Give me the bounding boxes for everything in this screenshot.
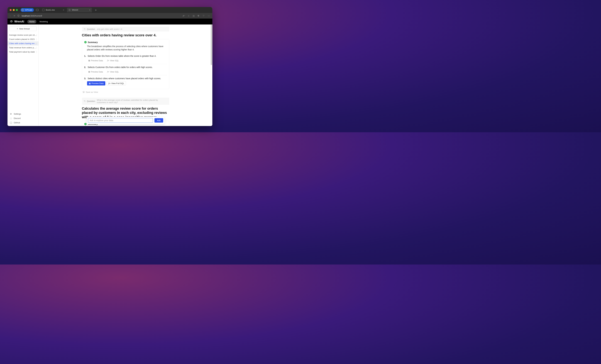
save-icon: 🖫	[82, 91, 85, 93]
inprivate-label: InPrivate	[25, 9, 32, 11]
save-as-view-button[interactable]: 🖫 Save as View	[82, 91, 169, 93]
sidebar: ＋ New thread Average review score per ci…	[8, 24, 39, 126]
nav-modeling[interactable]: Modeling	[40, 20, 48, 23]
content-area: ＋ New thread Average review score per ci…	[8, 24, 212, 126]
function-icon: ƒx	[107, 71, 109, 73]
more-icon[interactable]: ⋮	[36, 47, 38, 49]
more-icon[interactable]: ⋮	[36, 51, 38, 53]
address-bar: ← ⟳ ⓘ localhost:3000/home/9 A⁺ ☆ ◫ ⧉ ♡ ⋯	[8, 13, 212, 19]
avatar-icon	[21, 9, 24, 11]
brand-label: WrenAI	[14, 20, 24, 23]
discord-link[interactable]: ◌Discord	[8, 116, 39, 120]
more-icon[interactable]: ⋮	[36, 38, 38, 40]
new-thread-label: New thread	[19, 28, 30, 30]
step-text: Selects Order IDs from reviews table whe…	[88, 55, 156, 57]
preview-data-button[interactable]: ▦Preview Data	[87, 59, 104, 62]
preview-data-button[interactable]: ▦Preview Data	[87, 70, 104, 74]
question-box: ?⃝ Question: What is the average score o…	[82, 98, 169, 105]
main-panel: ?⃝ Question: only get cities with score …	[39, 24, 212, 126]
table-icon: ▦	[89, 82, 91, 85]
collections-icon[interactable]: ⧉	[198, 14, 200, 17]
read-aloud-icon[interactable]: A⁺	[183, 15, 186, 17]
browser-tab-book1[interactable]: Book1.xlsx ×	[41, 8, 66, 12]
close-tab-icon[interactable]: ×	[63, 9, 64, 11]
ask-bar-container: Ask to explore your data Ask	[87, 117, 165, 124]
step-item: 2. Selects Customer IDs from orders tabl…	[84, 64, 167, 75]
app-icon	[69, 9, 71, 11]
question-text: only get cities with score > 4	[97, 28, 122, 30]
tab-label: WrenAI	[72, 9, 78, 11]
sidebar-footer: ⚙Settings ◌Discord ◯GitHub	[8, 110, 39, 126]
step-list: 1. Selects Order IDs from reviews table …	[84, 53, 167, 87]
table-icon: ▦	[88, 59, 90, 62]
discord-icon: ◌	[10, 117, 12, 119]
question-box: ?⃝ Question: only get cities with score …	[82, 27, 169, 31]
thread-item[interactable]: Cities with orders having review s...⋮	[8, 41, 39, 46]
view-sql-button[interactable]: ƒxView SQL	[106, 70, 120, 74]
question-label: Question:	[87, 28, 95, 30]
github-link[interactable]: ◯GitHub	[8, 120, 39, 125]
new-tab-button[interactable]: ＋	[93, 8, 99, 12]
gear-icon: ⚙	[10, 113, 12, 115]
traffic-lights	[10, 9, 18, 11]
thread-item[interactable]: Count orders placed in 2023.⋮	[8, 37, 39, 41]
preview-data-button[interactable]: ▦Preview Data	[87, 81, 105, 86]
split-screen-icon[interactable]: ◫	[193, 15, 196, 17]
answer-card: ✓ Summary The breakdown simplifies the p…	[82, 39, 169, 89]
browser-tab-wrenai[interactable]: WrenAI ×	[67, 8, 92, 12]
close-tab-icon[interactable]: ×	[89, 9, 90, 11]
step-number: 3.	[84, 77, 87, 80]
check-icon: ✓	[84, 123, 87, 125]
table-icon: ▦	[88, 71, 90, 73]
question-icon: ?⃝	[84, 100, 86, 102]
brand[interactable]: WrenAI	[10, 20, 24, 23]
tab-label: Book1.xlsx	[46, 9, 55, 11]
function-icon: ƒx	[108, 82, 110, 85]
settings-link[interactable]: ⚙Settings	[8, 112, 39, 116]
more-icon[interactable]: ⋯	[208, 15, 210, 17]
step-text: Selects Customer IDs from orders table f…	[88, 66, 153, 69]
ask-button[interactable]: Ask	[154, 118, 163, 123]
wren-logo-icon	[10, 20, 13, 23]
plus-icon: ＋	[16, 27, 18, 30]
view-sql-button[interactable]: ƒxView SQL	[106, 59, 120, 62]
refresh-button[interactable]: ⟳	[14, 15, 15, 17]
step-text: Selects distinct cities where customers …	[88, 77, 161, 80]
favorite-icon[interactable]: ☆	[188, 15, 190, 17]
ask-placeholder: Ask to explore your data	[90, 119, 113, 122]
summary-body: The breakdown simplifies the process of …	[87, 45, 167, 51]
new-thread-button[interactable]: ＋ New thread	[9, 26, 37, 31]
question-icon: ?⃝	[84, 28, 86, 30]
more-icon[interactable]: ⋮	[36, 34, 38, 36]
site-info-icon[interactable]: ⓘ	[18, 14, 20, 17]
more-icon[interactable]: ⋮	[36, 42, 38, 45]
question-label: Question:	[87, 100, 95, 102]
view-full-sql-button[interactable]: ƒxView Full SQL	[107, 81, 126, 86]
scrollbar[interactable]	[211, 24, 212, 65]
url-text[interactable]: localhost:3000/home/9	[22, 15, 180, 17]
answer-title: Cities with orders having review score o…	[82, 33, 169, 38]
url-path: :3000/home/9	[30, 15, 42, 17]
nav-home[interactable]: Home	[27, 20, 37, 23]
ask-input[interactable]: Ask to explore your data	[88, 118, 153, 123]
inprivate-badge[interactable]: InPrivate	[20, 8, 34, 12]
ask-bar: Ask to explore your data Ask	[87, 117, 165, 124]
github-icon: ◯	[10, 121, 12, 124]
summary-heading: ✓ Summary	[84, 41, 167, 43]
check-icon: ✓	[84, 41, 87, 43]
maximize-window-icon[interactable]	[16, 9, 18, 11]
thread-item[interactable]: Total payment value by state⋮	[8, 50, 39, 54]
browser-window: InPrivate Book1.xlsx × WrenAI × ＋ ← ⟳ ⓘ …	[8, 7, 212, 126]
minimize-window-icon[interactable]	[13, 9, 15, 11]
close-window-icon[interactable]	[10, 9, 11, 11]
browser-essentials-icon[interactable]: ♡	[203, 15, 205, 17]
thread-item[interactable]: Total revenue from orders purchas...⋮	[8, 46, 39, 50]
url-host: localhost	[22, 15, 30, 17]
step-item: 1. Selects Order IDs from reviews table …	[84, 53, 167, 64]
step-number: 1.	[84, 55, 87, 57]
thread-item[interactable]: Average review score per city for ...⋮	[8, 33, 39, 37]
function-icon: ƒx	[107, 59, 109, 62]
tab-overview-icon[interactable]	[36, 9, 39, 11]
back-button[interactable]: ←	[9, 15, 11, 17]
file-icon	[42, 9, 44, 11]
